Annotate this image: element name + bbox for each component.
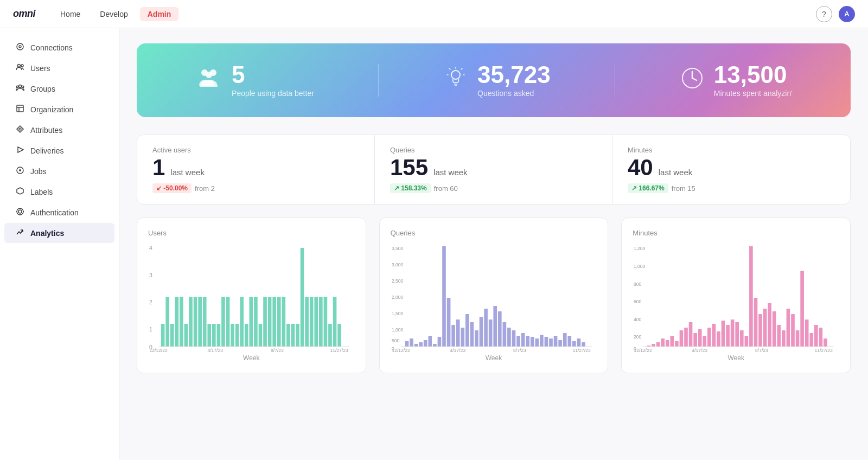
users-x-axis-label: Week [148,354,355,362]
sidebar-item-labels[interactable]: Labels [4,182,114,202]
svg-rect-151 [671,336,674,347]
topnav-right: ? A [816,6,855,22]
svg-text:800: 800 [634,282,641,287]
svg-rect-126 [549,338,553,347]
chart-users: Users 4 3 2 1 0 [137,218,366,373]
hero-divider-2 [615,64,615,97]
svg-rect-179 [801,271,805,347]
svg-rect-184 [824,338,827,347]
stat-users-badge: ↙ -50.00% [152,183,192,193]
users-chart-svg: 4 3 2 1 0 [148,244,355,352]
svg-rect-112 [484,309,488,347]
svg-text:4/17/23: 4/17/23 [207,348,223,352]
chart-minutes: Minutes 1,200 1,000 800 600 400 200 0 [621,218,851,373]
svg-rect-74 [305,297,309,347]
stat-minutes-badge: ↗ 166.67% [628,183,668,193]
svg-rect-163 [726,325,730,347]
svg-rect-68 [277,297,281,347]
svg-rect-66 [268,297,272,347]
svg-rect-174 [777,325,781,347]
svg-rect-149 [661,338,665,347]
svg-rect-121 [526,336,529,347]
stat-queries-period: last week [433,168,468,177]
svg-rect-95 [405,341,409,347]
svg-rect-54 [212,324,216,347]
nav-admin[interactable]: Admin [140,7,179,21]
top-navigation: omni Home Develop Admin ? A [0,0,868,28]
stats-row: Active users 1 last week ↙ -50.00% from … [137,135,851,205]
svg-point-27 [451,71,460,79]
svg-marker-10 [17,126,23,132]
svg-rect-173 [773,311,776,347]
svg-rect-164 [731,320,735,347]
svg-rect-77 [319,297,323,347]
svg-rect-153 [680,330,684,347]
svg-rect-69 [282,297,285,347]
svg-line-31 [461,68,462,69]
hero-people-label: People using data better [232,89,314,98]
svg-rect-81 [337,324,341,347]
sidebar-item-deliveries[interactable]: Deliveries [4,140,114,161]
nav-home[interactable]: Home [53,7,88,21]
svg-rect-160 [712,324,716,347]
svg-rect-43 [161,324,165,347]
sidebar-item-attributes[interactable]: Attributes [4,120,114,140]
queries-chart-svg: 3,500 3,000 2,500 2,000 1,500 1,000 500 … [391,244,597,352]
deliveries-icon [15,145,25,156]
help-button[interactable]: ? [816,6,832,22]
stat-minutes: Minutes 40 last week ↗ 166.67% from 15 [612,135,850,204]
svg-text:11/27/23: 11/27/23 [330,348,348,352]
svg-rect-167 [745,336,749,347]
avatar[interactable]: A [839,6,855,22]
svg-point-0 [17,43,23,50]
sidebar-item-organization[interactable]: Organization [4,99,114,119]
sidebar-item-connections[interactable]: Connections [4,37,114,58]
svg-line-33 [449,68,450,69]
svg-rect-55 [217,324,221,347]
nav-develop[interactable]: Develop [92,7,135,21]
svg-rect-67 [272,297,276,347]
hero-minutes-value: 13,500 [714,63,793,87]
svg-rect-98 [419,342,423,347]
svg-rect-128 [558,340,562,347]
stat-users-label: Active users [152,146,359,154]
hero-banner: 5 People using data better [137,43,851,117]
sidebar-item-analytics[interactable]: Analytics [4,223,114,243]
chart-queries: Queries 3,500 3,000 2,500 2,000 1,500 1,… [379,218,609,373]
authentication-label: Authentication [30,208,79,217]
chart-users-title: Users [148,229,355,237]
minutes-chart-svg: 1,200 1,000 800 600 400 200 0 [633,244,839,352]
svg-rect-183 [819,328,823,347]
svg-rect-48 [184,324,188,347]
users-label: Users [30,64,50,73]
stat-users-pct: -50.00% [163,184,188,192]
svg-rect-171 [763,309,767,347]
sidebar-item-authentication[interactable]: Authentication [4,202,114,222]
svg-rect-169 [754,298,758,347]
svg-point-21 [23,211,24,212]
svg-rect-156 [694,333,698,347]
svg-text:11/27/23: 11/27/23 [815,348,833,352]
svg-rect-105 [451,325,455,347]
svg-point-4 [19,85,22,88]
analytics-icon [15,228,25,238]
connections-label: Connections [30,43,73,52]
svg-text:2: 2 [149,299,152,305]
svg-rect-131 [572,341,576,347]
svg-point-5 [16,86,18,88]
svg-rect-155 [689,322,693,347]
stat-queries-badge: ↗ 158.33% [390,183,431,193]
stat-active-users: Active users 1 last week ↙ -50.00% from … [137,135,375,204]
svg-rect-65 [263,297,267,347]
svg-line-37 [692,78,697,80]
nav-links: Home Develop Admin [53,7,178,21]
svg-rect-61 [245,324,248,347]
attributes-label: Attributes [30,126,62,135]
hero-questions-value: 35,723 [477,63,551,87]
sidebar-item-users[interactable]: Users [4,58,114,78]
svg-rect-107 [461,328,464,347]
svg-rect-47 [180,297,183,347]
sidebar-item-groups[interactable]: Groups [4,79,114,99]
stat-queries-pct: 158.33% [401,184,426,192]
sidebar-item-jobs[interactable]: Jobs [4,161,114,181]
